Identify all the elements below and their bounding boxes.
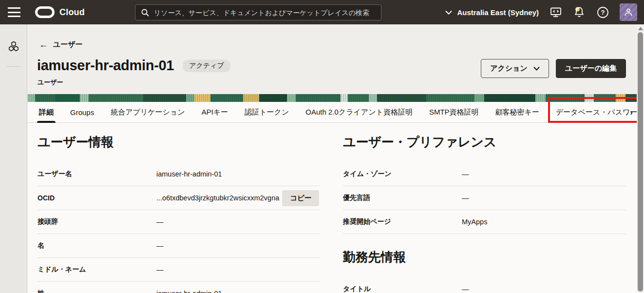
page-title: iamuser-hr-admin-01: [37, 58, 174, 74]
edit-user-button[interactable]: ユーザーの編集: [556, 59, 626, 78]
cloud-shell-icon[interactable]: [549, 6, 562, 19]
cluster-cubes-icon[interactable]: [7, 40, 20, 53]
user-avatar[interactable]: [620, 3, 637, 21]
help-icon[interactable]: ?: [596, 6, 609, 19]
tab-integrated-applications[interactable]: 統合アプリケーション: [111, 102, 185, 123]
chevron-down-icon: [533, 66, 540, 71]
tab-oauth-client-credentials[interactable]: OAuth 2.0クライアント資格証明: [305, 102, 413, 123]
tab-customer-secret-keys[interactable]: 顧客秘密キー: [495, 102, 539, 123]
tab-auth-tokens[interactable]: 認証トークン: [245, 102, 289, 123]
field-row-last-name: 姓 iamuser-hr-admin-01: [38, 282, 321, 293]
field-row-timezone: タイム・ゾーン —: [343, 162, 626, 186]
field-row-title: タイトル —: [343, 277, 626, 293]
scrollbar-thumb[interactable]: [638, 32, 643, 292]
work-info-heading: 勤務先情報: [343, 249, 626, 266]
vertical-scrollbar[interactable]: [637, 24, 644, 293]
svg-text:?: ?: [601, 9, 605, 16]
brand-label: Cloud: [59, 7, 85, 18]
top-navigation-bar: Cloud Australia East (Sydney): [0, 0, 644, 24]
field-row-start-page: 推奨開始ページ MyApps: [343, 210, 626, 234]
global-search[interactable]: [135, 4, 381, 20]
search-input[interactable]: [154, 9, 375, 17]
status-badge: アクティブ: [183, 59, 230, 72]
field-row-middle-name: ミドル・ネーム —: [38, 258, 321, 282]
user-info-heading: ユーザー情報: [38, 134, 321, 151]
oracle-cloud-brand[interactable]: Cloud: [35, 6, 85, 18]
field-row-ocid: OCID ...o6txdbevd3jrzkgtubkr2wsicxxm2vgn…: [38, 186, 321, 210]
notifications-bell-icon[interactable]: [573, 6, 586, 19]
search-icon: [141, 9, 149, 17]
tab-api-keys[interactable]: APIキー: [202, 102, 228, 123]
field-row-first-name: 名 —: [38, 234, 321, 258]
tab-groups[interactable]: Groups: [70, 102, 94, 123]
left-icon-rail: [0, 24, 27, 293]
region-label: Australia East (Sydney): [457, 8, 539, 17]
rail-divider: [7, 66, 20, 67]
user-info-section: ユーザー情報 ユーザー名 iamuser-hr-admin-01 OCID ..…: [38, 132, 321, 293]
back-label: ユーザー: [53, 40, 83, 49]
person-icon: [624, 7, 633, 17]
tab-details[interactable]: 詳細: [39, 102, 54, 123]
region-selector[interactable]: Australia East (Sydney): [445, 8, 539, 17]
oracle-logo-icon: [35, 6, 55, 18]
chevron-down-icon: [445, 10, 452, 15]
main-content: ← ユーザー iamuser-hr-admin-01 アクティブ ユーザー アク…: [28, 24, 637, 293]
tab-smtp-credentials[interactable]: SMTP資格証明: [429, 102, 479, 123]
field-row-username: ユーザー名 iamuser-hr-admin-01: [38, 162, 321, 186]
details-panel: ユーザー情報 ユーザー名 iamuser-hr-admin-01 OCID ..…: [28, 123, 637, 293]
tab-bar: 詳細 Groups 統合アプリケーション APIキー 認証トークン OAuth …: [28, 102, 637, 123]
preferences-heading: ユーザー・プリファレンス: [343, 134, 626, 151]
back-arrow-icon: ←: [39, 40, 48, 49]
scrollbar-up-arrow[interactable]: [638, 27, 643, 30]
field-row-prefix: 接頭辞 —: [38, 210, 321, 234]
preferences-section: ユーザー・プリファレンス タイム・ゾーン — 優先言語 — 推奨開始ページ My…: [343, 132, 626, 293]
ocid-value: ...o6txdbevd3jrzkgtubkr2wsicxxm2vgna: [156, 194, 279, 202]
page-subtitle: ユーザー: [38, 78, 63, 87]
page-header: ← ユーザー iamuser-hr-admin-01 アクティブ ユーザー アク…: [28, 24, 637, 94]
actions-button[interactable]: アクション: [481, 59, 549, 78]
tab-overflow-chevron-icon[interactable]: ›: [630, 102, 633, 123]
hamburger-menu-icon[interactable]: [8, 7, 21, 17]
field-row-preferred-language: 優先言語 —: [343, 186, 626, 210]
back-link[interactable]: ← ユーザー: [39, 40, 83, 49]
copy-button[interactable]: コピー: [282, 190, 319, 206]
decorative-banner: [28, 94, 637, 102]
